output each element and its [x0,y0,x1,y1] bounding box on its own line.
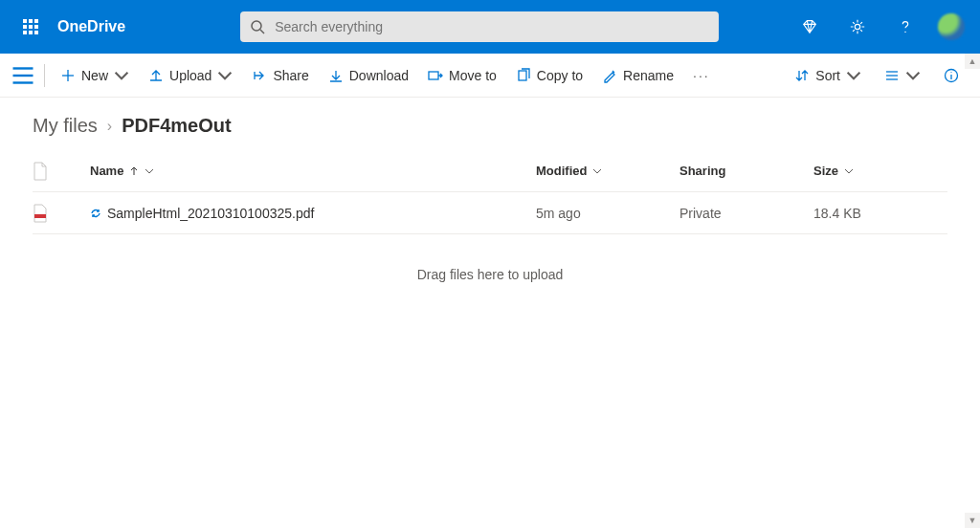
command-bar: New Upload Share Download Move to Copy t… [0,54,980,98]
svg-line-1 [260,30,264,33]
download-icon [328,68,344,83]
share-label: Share [273,68,308,83]
table-header: Name Modified Sharing Size [33,150,947,192]
more-commands-button[interactable]: ··· [683,68,720,83]
search-box[interactable] [240,11,719,42]
upload-button[interactable]: Upload [139,60,242,91]
new-label: New [81,68,108,83]
share-button[interactable]: Share [242,60,318,91]
copy-label: Copy to [537,68,583,83]
separator [44,64,45,87]
sort-icon [794,68,810,83]
download-label: Download [349,68,409,83]
search-input[interactable] [275,19,709,34]
move-icon [428,68,443,83]
info-button[interactable] [934,60,969,91]
help-icon [897,18,914,35]
search-icon [250,19,265,34]
help-button[interactable] [890,11,921,42]
scroll-up-button[interactable]: ▲ [965,54,980,69]
dropzone-hint: Drag files here to upload [0,234,980,315]
svg-point-0 [252,21,261,31]
rename-icon [602,68,617,83]
file-modified-cell: 5m ago [536,206,679,221]
column-header-size[interactable]: Size [813,164,947,178]
column-sharing-label: Sharing [679,164,725,178]
new-button[interactable]: New [51,60,139,91]
file-name-label: SampleHtml_20210310100325.pdf [107,206,314,221]
file-name-cell[interactable]: SampleHtml_20210310100325.pdf [90,206,536,221]
svg-point-2 [855,24,859,29]
file-type-icon [33,204,90,223]
settings-button[interactable] [842,11,873,42]
share-icon [252,68,267,83]
column-header-modified[interactable]: Modified [536,164,679,178]
column-name-label: Name [90,164,123,178]
waffle-icon [23,19,38,34]
plus-icon [60,68,76,83]
svg-rect-9 [429,72,438,79]
move-label: Move to [449,68,497,83]
file-size-cell: 18.4 KB [813,206,947,221]
chevron-down-icon [217,68,233,83]
download-button[interactable]: Download [319,60,418,91]
rename-button[interactable]: Rename [592,60,683,91]
sort-button[interactable]: Sort [785,60,871,91]
chevron-down-icon [592,166,602,176]
copy-icon [516,68,531,83]
svg-point-16 [950,71,951,72]
scrollbar[interactable]: ▲ ▼ [965,54,980,528]
account-avatar[interactable] [938,13,965,40]
copy-to-button[interactable]: Copy to [506,60,592,91]
nav-menu-toggle[interactable] [11,64,34,87]
column-header-sharing[interactable]: Sharing [679,164,813,178]
gear-icon [849,18,866,35]
breadcrumb: My files › PDF4meOut [0,98,980,150]
pdf-icon [33,204,48,223]
svg-point-3 [904,32,905,33]
file-sharing-cell: Private [679,206,813,221]
rename-label: Rename [623,68,674,83]
move-to-button[interactable]: Move to [418,60,506,91]
column-modified-label: Modified [536,164,587,178]
document-icon [33,162,48,181]
column-size-label: Size [813,164,838,178]
table-row[interactable]: SampleHtml_20210310100325.pdf 5m ago Pri… [33,192,947,234]
svg-rect-17 [34,214,46,218]
upload-label: Upload [169,68,212,83]
chevron-right-icon: › [107,118,112,135]
sort-label: Sort [815,68,840,83]
view-list-icon [884,68,900,83]
commandbar-right: Sort [785,60,969,91]
info-icon [944,68,959,83]
hamburger-icon [11,64,34,87]
sync-icon [90,208,101,219]
breadcrumb-current: PDF4meOut [122,115,231,137]
chevron-down-icon [905,68,921,83]
diamond-icon [801,18,818,35]
premium-button[interactable] [794,11,825,42]
view-options-button[interactable] [875,60,930,91]
app-header: OneDrive [0,0,980,54]
scroll-down-button[interactable]: ▼ [965,513,980,528]
upload-icon [148,68,164,83]
chevron-down-icon [844,166,854,176]
chevron-down-icon [114,68,129,83]
sort-asc-icon [129,166,139,176]
files-table: Name Modified Sharing Size [33,150,947,234]
chevron-down-icon [846,68,861,83]
header-right [794,11,972,42]
column-header-doc-icon[interactable] [33,162,90,181]
brand-onedrive[interactable]: OneDrive [57,18,125,35]
breadcrumb-root[interactable]: My files [33,115,98,137]
column-header-name[interactable]: Name [90,164,536,178]
app-launcher-button[interactable] [8,4,54,50]
chevron-down-icon [145,166,154,176]
svg-rect-10 [519,71,526,80]
